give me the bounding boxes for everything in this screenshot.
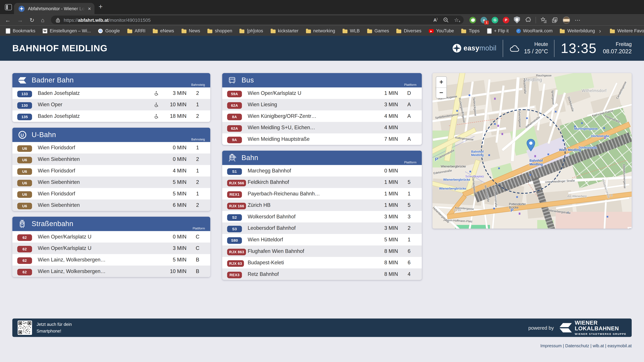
legal-links: Impressum | Datenschutz | wlb.at | easym… <box>540 343 632 348</box>
departure-row[interactable]: U6 Wien Floridsdorf 4 MIN 1 <box>12 165 210 176</box>
line-badge: U6 <box>17 179 32 186</box>
legal-link[interactable]: easymobil.at <box>608 343 632 348</box>
favorites-list-icon[interactable] <box>540 17 547 23</box>
departure-row[interactable]: 9A Wien Meidling Hauptstraße 7 MIN A <box>222 133 422 145</box>
departure-row[interactable]: 62A Wien Liesing 3 MIN A <box>222 99 422 110</box>
train-icon <box>228 153 237 162</box>
a-extension-icon[interactable]: a1 <box>481 16 487 23</box>
bookmark-item[interactable]: Tipps <box>461 28 480 33</box>
panel-stra-enbahn: Straßenbahn Plattform 62 Wien Oper/Karls… <box>12 217 210 277</box>
departure-row[interactable]: 62 Wien Oper/Karlsplatz U 3 MIN C <box>12 243 210 254</box>
bookmark-item[interactable]: + Flip it <box>487 28 509 33</box>
collections-icon[interactable] <box>552 16 558 23</box>
bookmark-item[interactable]: News <box>182 28 200 33</box>
evernote-extension-icon[interactable] <box>470 16 476 23</box>
departure-row[interactable]: 130 Wien Oper 10 MIN 1 <box>12 99 210 110</box>
read-aloud-icon[interactable]: A) <box>433 17 438 22</box>
departure-row[interactable]: RJX 863 Flughafen Wien Bahnhof 8 MIN 6 <box>222 245 422 257</box>
home-icon[interactable]: ⌂ <box>41 17 44 23</box>
departure-row[interactable]: 62 Wien Oper/Karlsplatz U 0 MIN C <box>12 231 210 243</box>
bookmark-item[interactable]: eNews <box>153 28 174 33</box>
bookmark-label: News <box>189 28 200 33</box>
more-favorites-button[interactable]: Weitere Favoriten <box>610 28 644 33</box>
departure-row[interactable]: 135 Baden Josefsplatz 18 MIN 2 <box>12 110 210 122</box>
address-bar[interactable]: https://abfahrt.wlb.at/monitor/490101505… <box>51 15 464 24</box>
line-badge: S1 <box>227 168 242 175</box>
bookmark-item[interactable]: shoppen <box>208 28 232 33</box>
bookmark-item[interactable]: Diverses <box>396 28 422 33</box>
bookmark-item[interactable]: kickstarter <box>270 28 298 33</box>
legal-link[interactable]: Impressum <box>540 343 562 348</box>
destination-label: Retz Bahnhof <box>248 271 279 277</box>
countdown-label: 1 MIN <box>372 179 398 185</box>
departure-row[interactable]: 59A Wien Oper/Karlsplatz U 1 MIN D <box>222 87 422 99</box>
bookmark-item[interactable]: W Einstellungen – Wi... <box>43 28 91 33</box>
platform-label: 5 <box>401 179 417 185</box>
folder-icon <box>342 29 347 33</box>
platform-label: 1 <box>401 237 417 243</box>
bookmark-item[interactable]: ARRI <box>127 28 146 33</box>
zoom-out-icon[interactable] <box>443 17 448 23</box>
departure-row[interactable]: 62 Wien Lainz, Wolkersbergen… 5 MIN B <box>12 254 210 266</box>
shield-extension-icon[interactable] <box>514 16 520 23</box>
bookmark-item[interactable]: ✓ WooRank.com <box>516 28 552 33</box>
bookmark-item[interactable]: Bookmarks <box>6 28 35 33</box>
departure-row[interactable]: U6 Wien Siebenhirten 6 MIN 2 <box>12 199 210 211</box>
countdown-label: 1 MIN <box>372 191 398 197</box>
bookmark-item[interactable]: Weiterbildung <box>560 28 595 33</box>
bookmark-item[interactable]: G Google <box>98 28 120 33</box>
departure-row[interactable]: REX3 Retz Bahnhof 8 MIN 4 <box>222 269 422 280</box>
destination-label: Wien Oper/Karlsplatz U <box>248 90 301 96</box>
departure-row[interactable]: 8A Wien Küniglberg/ORF-Zentr… 4 MIN A <box>222 110 422 122</box>
legal-link[interactable]: wlb.at <box>593 343 604 348</box>
departure-row[interactable]: 133 Baden Josefsplatz 3 MIN 2 <box>12 87 210 99</box>
forward-icon[interactable]: → <box>17 17 23 23</box>
sidebar-toggle-icon[interactable] <box>5 4 12 10</box>
departure-row[interactable]: U6 Wien Siebenhirten 0 MIN 2 <box>12 153 210 165</box>
countdown-label: 18 MIN <box>161 113 186 119</box>
map-street-label: ✝ <box>527 180 530 184</box>
departure-row[interactable]: S3 Leobersdorf Bahnhof 3 MIN 2 <box>222 222 422 234</box>
departure-row[interactable]: S2 Wolkersdorf Bahnhof 3 MIN 3 <box>222 211 422 223</box>
destination-label: Wien Siebenhirten <box>38 179 80 185</box>
map-zoom-out-button[interactable]: − <box>436 88 446 98</box>
panel-rows: S1 Marchegg Bahnhof 0 MIN RJX 566 Feldki… <box>222 165 422 280</box>
browser-menu-icon[interactable]: ⋯ <box>575 17 580 23</box>
legal-link[interactable]: Datenschutz <box>565 343 589 348</box>
bookmark-item[interactable]: [ph]otos <box>240 28 263 33</box>
line-badge: 62A <box>227 125 242 132</box>
bookmark-item[interactable]: ▶ YouTube <box>429 28 454 33</box>
tab-close-icon[interactable]: ✕ <box>88 6 91 11</box>
departure-row[interactable]: RJX 566 Feldkirch Bahnhof 1 MIN 5 <box>222 176 422 188</box>
departure-row[interactable]: RJX 166 Zürich HB 1 MIN 5 <box>222 199 422 211</box>
extensions-puzzle-icon[interactable] <box>524 16 531 23</box>
bookmark-item[interactable]: WLB <box>342 28 360 33</box>
grammarly-extension-icon[interactable]: G <box>492 16 498 23</box>
site-header: BAHNHOF MEIDLING easymobil Heute 15 / 20… <box>0 36 644 61</box>
departure-row[interactable]: S1 Marchegg Bahnhof 0 MIN <box>222 165 422 176</box>
profile-avatar[interactable] <box>563 16 570 24</box>
bookmarks-overflow-icon[interactable]: › <box>599 27 601 34</box>
back-icon[interactable]: ← <box>5 17 10 23</box>
departure-row[interactable]: U6 Wien Floridsdorf 0 MIN 1 <box>12 142 210 153</box>
map-zoom-in-button[interactable]: + <box>436 77 446 88</box>
bookmark-item[interactable]: networking <box>306 28 335 33</box>
bookmark-star-icon[interactable]: ☆+ <box>454 17 459 23</box>
destination-label: Wien Küniglberg/ORF-Zentr… <box>248 113 316 119</box>
departure-row[interactable]: U6 Wien Siebenhirten 5 MIN 2 <box>12 176 210 188</box>
departure-row[interactable]: U6 Wien Floridsdorf 5 MIN 1 <box>12 188 210 200</box>
wlb-logo-icon <box>18 76 27 85</box>
new-tab-button[interactable]: + <box>98 3 103 11</box>
browser-tab[interactable]: Abfahrtsmonitor - Wiener Loka ✕ <box>14 3 94 14</box>
bookmark-item[interactable]: Games <box>367 28 389 33</box>
departure-row[interactable]: REX1 Payerbach-Reichenau Bahnh… 1 MIN 1 <box>222 188 422 200</box>
departure-row[interactable]: 62 Wien Lainz, Wolkersbergen… 10 MIN B <box>12 266 210 277</box>
reload-icon[interactable]: ↻ <box>30 17 34 23</box>
map-panel[interactable]: MeidlingWilhelmsdorfRauchgasseHauptstraß… <box>432 73 632 229</box>
map-street-label: Karl-Löwe-Gasse <box>592 109 614 117</box>
bookmark-label: Tipps <box>469 28 480 33</box>
departure-row[interactable]: 62A Wien Meidling S+U, Eichen… 4 MIN <box>222 122 422 133</box>
pinterest-extension-icon[interactable]: P <box>503 16 509 23</box>
departure-row[interactable]: RJX 63 Budapest-Keleti 8 MIN 6 <box>222 257 422 269</box>
departure-row[interactable]: S80 Wien Hütteldorf 5 MIN 1 <box>222 234 422 246</box>
